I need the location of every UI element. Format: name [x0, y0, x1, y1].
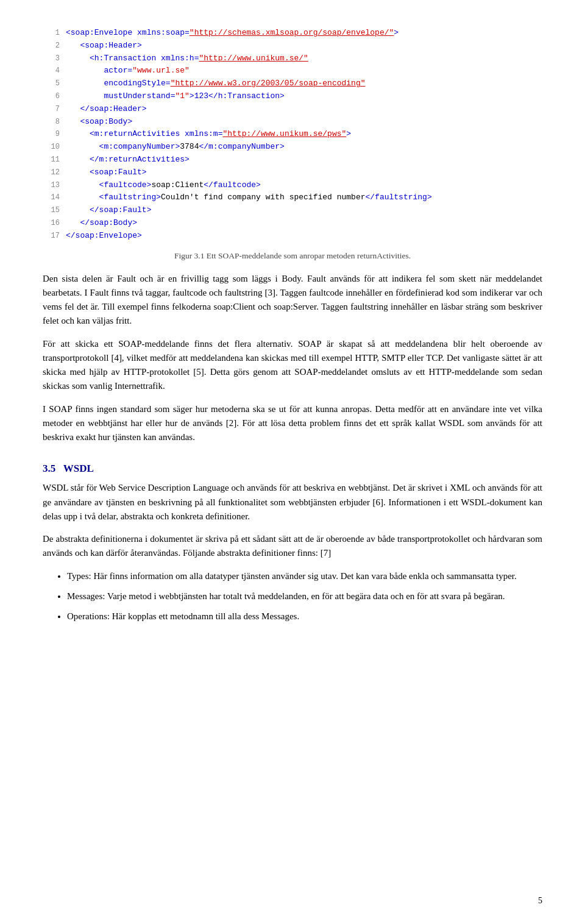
- line-number: 4: [43, 65, 60, 77]
- line-number: 14: [43, 192, 60, 204]
- code-line: 14 <faultstring>Couldn't find company wi…: [43, 191, 542, 204]
- bullet-list: Types: Här finns information om alla dat…: [67, 569, 542, 624]
- code-content: encodingStyle="http://www.w3.org/2003/05…: [66, 77, 366, 90]
- code-content: </soap:Body>: [66, 217, 137, 230]
- code-line: 5 encodingStyle="http://www.w3.org/2003/…: [43, 77, 542, 90]
- wsdl-paragraph: WSDL står för Web Service Description La…: [43, 481, 542, 524]
- code-content: <soap:Envelope xmlns:soap="http://schema…: [66, 27, 399, 40]
- code-content: </soap:Envelope>: [66, 230, 142, 243]
- code-line: 12 <soap:Fault>: [43, 166, 542, 179]
- line-number: 2: [43, 40, 60, 52]
- code-line: 13 <faultcode>soap:Client</faultcode>: [43, 179, 542, 192]
- line-number: 13: [43, 180, 60, 191]
- code-line: 8 <soap:Body>: [43, 116, 542, 129]
- code-content: <m:returnActivities xmlns:m="http://www.…: [66, 128, 351, 141]
- code-line: 7 </soap:Header>: [43, 103, 542, 116]
- code-line: 4 actor="www.url.se": [43, 65, 542, 77]
- code-line: 16 </soap:Body>: [43, 217, 542, 230]
- code-content: actor="www.url.se": [66, 65, 190, 77]
- code-content: <faultcode>soap:Client</faultcode>: [66, 179, 261, 192]
- line-number: 12: [43, 167, 60, 179]
- code-line: 15 </soap:Fault>: [43, 204, 542, 217]
- line-number: 15: [43, 205, 60, 216]
- line-number: 1: [43, 27, 60, 39]
- code-content: <soap:Body>: [66, 116, 132, 129]
- code-content: </soap:Header>: [66, 103, 147, 116]
- code-content: <soap:Fault>: [66, 166, 147, 179]
- list-item: Operations: Här kopplas ett metodnamn ti…: [67, 609, 542, 624]
- code-content: mustUnderstand="1">123</h:Transaction>: [66, 90, 285, 103]
- code-block: 1<soap:Envelope xmlns:soap="http://schem…: [43, 24, 542, 245]
- code-content: <m:companyNumber>3784</m:companyNumber>: [66, 141, 285, 154]
- body-paragraph: För att skicka ett SOAP-meddelande finns…: [43, 337, 542, 394]
- line-number: 7: [43, 104, 60, 115]
- line-number: 8: [43, 116, 60, 128]
- code-content: <h:Transaction xmlns:h="http://www.uniku…: [66, 52, 308, 65]
- code-line: 11 </m:returnActivities>: [43, 154, 542, 166]
- code-line: 6 mustUnderstand="1">123</h:Transaction>: [43, 90, 542, 103]
- list-item: Types: Här finns information om alla dat…: [67, 569, 542, 583]
- line-number: 5: [43, 78, 60, 90]
- code-content: </m:returnActivities>: [66, 154, 190, 166]
- code-content: </soap:Fault>: [66, 204, 151, 217]
- code-line: 17</soap:Envelope>: [43, 230, 542, 243]
- body-paragraph: I SOAP finns ingen standard som säger hu…: [43, 402, 542, 445]
- line-number: 16: [43, 218, 60, 229]
- line-number: 17: [43, 230, 60, 242]
- line-number: 9: [43, 129, 60, 140]
- section-number: 3.5: [43, 463, 55, 474]
- line-number: 6: [43, 91, 60, 102]
- code-content: <faultstring>Couldn't find company with …: [66, 191, 432, 204]
- line-number: 3: [43, 53, 60, 65]
- figure-caption: Figur 3.1 Ett SOAP-meddelande som anropa…: [43, 251, 542, 261]
- wsdl-paragraph: De abstrakta definitionerna i dokumentet…: [43, 532, 542, 561]
- code-content: <soap:Header>: [66, 40, 142, 52]
- code-line: 10 <m:companyNumber>3784</m:companyNumbe…: [43, 141, 542, 154]
- section-heading: 3.5 WSDL: [43, 463, 542, 475]
- code-line: 2 <soap:Header>: [43, 40, 542, 52]
- section-title: WSDL: [63, 463, 94, 474]
- code-line: 9 <m:returnActivities xmlns:m="http://ww…: [43, 128, 542, 141]
- list-item: Messages: Varje metod i webbtjänsten har…: [67, 589, 542, 603]
- code-line: 3 <h:Transaction xmlns:h="http://www.uni…: [43, 52, 542, 65]
- code-line: 1<soap:Envelope xmlns:soap="http://schem…: [43, 27, 542, 40]
- line-number: 11: [43, 154, 60, 166]
- line-number: 10: [43, 141, 60, 153]
- body-paragraph: Den sista delen är Fault och är en frivi…: [43, 272, 542, 329]
